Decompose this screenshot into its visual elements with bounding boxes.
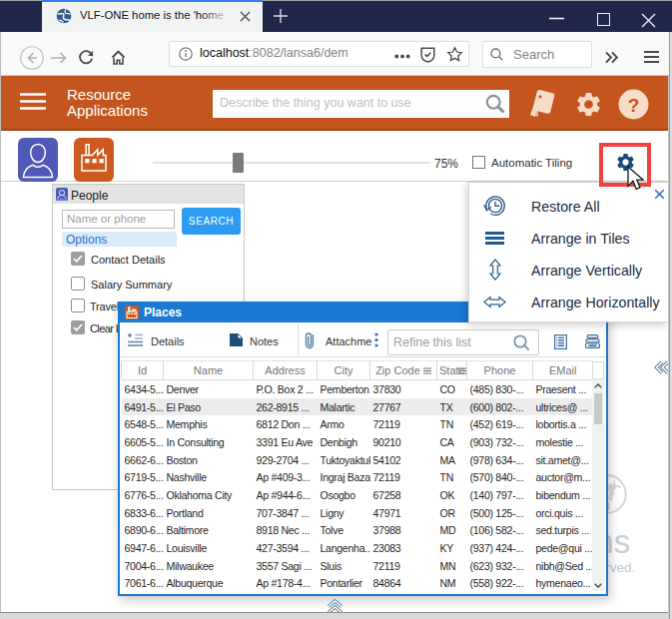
svg-text:?: ? [628,95,640,116]
